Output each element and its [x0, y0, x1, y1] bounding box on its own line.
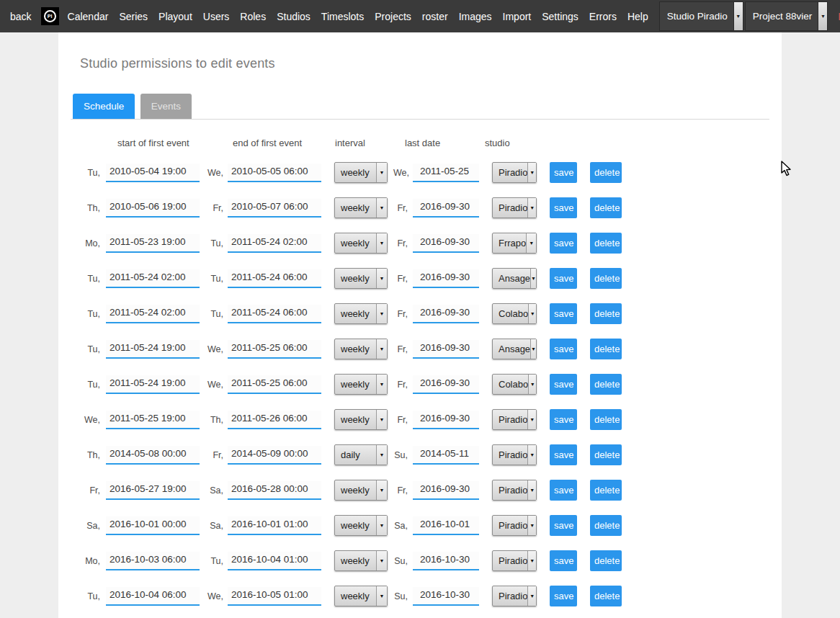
delete-button[interactable]: delete — [590, 303, 622, 324]
chevron-down-icon[interactable]: ▼ — [376, 551, 387, 570]
end-datetime-input[interactable] — [228, 446, 321, 465]
chevron-down-icon[interactable]: ▼ — [376, 480, 387, 500]
save-button[interactable]: save — [550, 303, 577, 324]
chevron-down-icon[interactable]: ▼ — [818, 2, 827, 30]
delete-button[interactable]: delete — [590, 339, 622, 359]
delete-button[interactable]: delete — [590, 162, 622, 183]
chevron-down-icon[interactable]: ▼ — [376, 269, 387, 288]
chevron-down-icon[interactable]: ▼ — [527, 516, 536, 535]
interval-select[interactable]: weekly ▼ — [334, 480, 388, 501]
start-datetime-input[interactable] — [106, 305, 200, 323]
chevron-down-icon[interactable]: ▼ — [527, 445, 536, 465]
studio-row-select[interactable]: Piradio ▼ — [492, 586, 537, 606]
studio-row-select[interactable]: Frrapo ▼ — [492, 233, 537, 254]
delete-button[interactable]: delete — [590, 586, 622, 606]
interval-select[interactable]: weekly ▼ — [334, 233, 388, 254]
end-datetime-input[interactable] — [228, 411, 321, 429]
start-datetime-input[interactable] — [106, 234, 200, 253]
end-datetime-input[interactable] — [228, 587, 321, 606]
nav-item-import[interactable]: Import — [503, 11, 532, 22]
interval-select[interactable]: weekly ▼ — [334, 409, 388, 430]
interval-select[interactable]: weekly ▼ — [334, 197, 388, 218]
nav-item-settings[interactable]: Settings — [542, 11, 578, 22]
last-date-input[interactable] — [413, 481, 479, 500]
chevron-down-icon[interactable]: ▼ — [376, 516, 387, 535]
nav-item-back[interactable]: back — [10, 11, 32, 22]
start-datetime-input[interactable] — [106, 481, 200, 500]
start-datetime-input[interactable] — [106, 199, 200, 218]
nav-item-images[interactable]: Images — [459, 11, 492, 22]
delete-button[interactable]: delete — [590, 233, 622, 254]
chevron-down-icon[interactable]: ▼ — [733, 2, 743, 30]
interval-select[interactable]: weekly ▼ — [334, 268, 388, 289]
interval-select[interactable]: weekly ▼ — [334, 515, 388, 536]
save-button[interactable]: save — [550, 162, 577, 183]
chevron-down-icon[interactable]: ▼ — [376, 304, 387, 323]
last-date-input[interactable] — [413, 552, 479, 570]
start-datetime-input[interactable] — [106, 269, 200, 288]
delete-button[interactable]: delete — [590, 197, 622, 218]
start-datetime-input[interactable] — [106, 516, 200, 535]
start-datetime-input[interactable] — [106, 552, 200, 570]
studio-row-select[interactable]: Piradio ▼ — [492, 162, 537, 183]
save-button[interactable]: save — [550, 339, 577, 359]
end-datetime-input[interactable] — [228, 481, 321, 500]
chevron-down-icon[interactable]: ▼ — [376, 233, 387, 253]
studio-row-select[interactable]: Ansage ▼ — [492, 339, 537, 359]
chevron-down-icon[interactable]: ▼ — [376, 586, 387, 606]
studio-row-select[interactable]: Ansage ▼ — [492, 268, 537, 289]
chevron-down-icon[interactable]: ▼ — [527, 163, 536, 182]
last-date-input[interactable] — [413, 234, 479, 253]
chevron-down-icon[interactable]: ▼ — [527, 198, 536, 218]
start-datetime-input[interactable] — [106, 411, 200, 429]
studio-row-select[interactable]: Piradio ▼ — [492, 515, 537, 536]
chevron-down-icon[interactable]: ▼ — [530, 269, 536, 288]
tab-events[interactable]: Events — [140, 94, 192, 119]
chevron-down-icon[interactable]: ▼ — [527, 480, 536, 500]
chevron-down-icon[interactable]: ▼ — [527, 551, 536, 570]
delete-button[interactable]: delete — [590, 444, 622, 465]
end-datetime-input[interactable] — [228, 340, 321, 359]
studio-row-select[interactable]: Piradio ▼ — [492, 197, 537, 218]
nav-item-help[interactable]: Help — [627, 11, 648, 22]
end-datetime-input[interactable] — [228, 269, 321, 288]
chevron-down-icon[interactable]: ▼ — [376, 339, 387, 359]
chevron-down-icon[interactable]: ▼ — [528, 304, 536, 323]
chevron-down-icon[interactable]: ▼ — [376, 375, 387, 394]
nav-item-timeslots[interactable]: Timeslots — [321, 11, 364, 22]
nav-item-calendar[interactable]: Calendar — [68, 11, 109, 22]
save-button[interactable]: save — [550, 480, 577, 501]
end-datetime-input[interactable] — [228, 164, 321, 182]
last-date-input[interactable] — [413, 340, 479, 359]
delete-button[interactable]: delete — [590, 515, 622, 536]
studio-row-select[interactable]: Colabo ▼ — [492, 374, 537, 395]
nav-item-roles[interactable]: Roles — [240, 11, 266, 22]
studio-row-select[interactable]: Piradio ▼ — [492, 480, 537, 501]
chevron-down-icon[interactable]: ▼ — [528, 375, 536, 394]
start-datetime-input[interactable] — [106, 340, 200, 359]
chevron-down-icon[interactable]: ▼ — [376, 198, 387, 218]
nav-item-projects[interactable]: Projects — [375, 11, 411, 22]
save-button[interactable]: save — [550, 268, 577, 289]
save-button[interactable]: save — [550, 197, 577, 218]
piradio-logo-icon[interactable]: PI — [41, 7, 59, 25]
end-datetime-input[interactable] — [228, 375, 321, 394]
interval-select[interactable]: daily ▼ — [334, 444, 388, 465]
studio-row-select[interactable]: Piradio ▼ — [492, 409, 537, 430]
studio-row-select[interactable]: Piradio ▼ — [492, 444, 537, 465]
start-datetime-input[interactable] — [106, 164, 200, 182]
interval-select[interactable]: weekly ▼ — [334, 374, 388, 395]
last-date-input[interactable] — [413, 199, 479, 218]
nav-item-studios[interactable]: Studios — [277, 11, 310, 22]
start-datetime-input[interactable] — [106, 375, 200, 394]
save-button[interactable]: save — [550, 374, 577, 395]
interval-select[interactable]: weekly ▼ — [334, 550, 388, 571]
end-datetime-input[interactable] — [228, 516, 321, 535]
studio-select[interactable]: Studio Piradio ▼ — [659, 1, 743, 31]
start-datetime-input[interactable] — [106, 446, 200, 465]
last-date-input[interactable] — [413, 411, 479, 429]
delete-button[interactable]: delete — [590, 480, 622, 501]
interval-select[interactable]: weekly ▼ — [334, 339, 388, 359]
nav-item-roster[interactable]: roster — [422, 11, 448, 22]
chevron-down-icon[interactable]: ▼ — [376, 163, 387, 182]
